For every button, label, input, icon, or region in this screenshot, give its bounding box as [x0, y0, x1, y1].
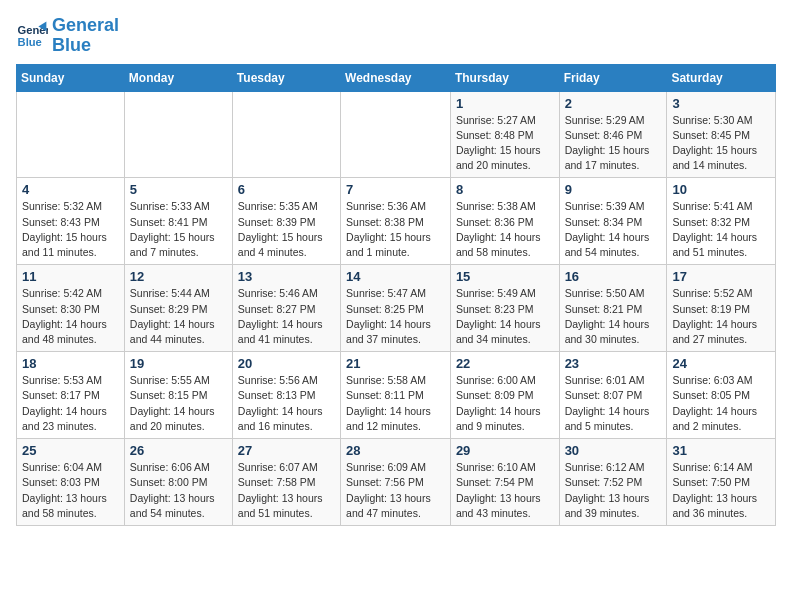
calendar-cell: 30Sunrise: 6:12 AMSunset: 7:52 PMDayligh… — [559, 439, 667, 526]
calendar-table: SundayMondayTuesdayWednesdayThursdayFrid… — [16, 64, 776, 526]
calendar-cell: 7Sunrise: 5:36 AMSunset: 8:38 PMDaylight… — [341, 178, 451, 265]
day-number: 10 — [672, 182, 770, 197]
day-info: Sunrise: 5:27 AMSunset: 8:48 PMDaylight:… — [456, 113, 554, 174]
header-tuesday: Tuesday — [232, 64, 340, 91]
day-info: Sunrise: 6:10 AMSunset: 7:54 PMDaylight:… — [456, 460, 554, 521]
day-info: Sunrise: 5:32 AMSunset: 8:43 PMDaylight:… — [22, 199, 119, 260]
day-number: 18 — [22, 356, 119, 371]
day-number: 16 — [565, 269, 662, 284]
day-number: 29 — [456, 443, 554, 458]
day-info: Sunrise: 5:36 AMSunset: 8:38 PMDaylight:… — [346, 199, 445, 260]
day-number: 28 — [346, 443, 445, 458]
day-number: 17 — [672, 269, 770, 284]
day-number: 26 — [130, 443, 227, 458]
header-friday: Friday — [559, 64, 667, 91]
day-info: Sunrise: 5:55 AMSunset: 8:15 PMDaylight:… — [130, 373, 227, 434]
day-info: Sunrise: 5:46 AMSunset: 8:27 PMDaylight:… — [238, 286, 335, 347]
day-number: 11 — [22, 269, 119, 284]
day-number: 4 — [22, 182, 119, 197]
calendar-cell: 28Sunrise: 6:09 AMSunset: 7:56 PMDayligh… — [341, 439, 451, 526]
day-info: Sunrise: 6:06 AMSunset: 8:00 PMDaylight:… — [130, 460, 227, 521]
calendar-cell: 12Sunrise: 5:44 AMSunset: 8:29 PMDayligh… — [124, 265, 232, 352]
calendar-cell: 25Sunrise: 6:04 AMSunset: 8:03 PMDayligh… — [17, 439, 125, 526]
day-number: 21 — [346, 356, 445, 371]
calendar-cell: 3Sunrise: 5:30 AMSunset: 8:45 PMDaylight… — [667, 91, 776, 178]
logo-icon: General Blue — [16, 20, 48, 52]
day-number: 24 — [672, 356, 770, 371]
calendar-cell: 11Sunrise: 5:42 AMSunset: 8:30 PMDayligh… — [17, 265, 125, 352]
calendar-cell: 18Sunrise: 5:53 AMSunset: 8:17 PMDayligh… — [17, 352, 125, 439]
calendar-cell: 14Sunrise: 5:47 AMSunset: 8:25 PMDayligh… — [341, 265, 451, 352]
calendar-cell: 9Sunrise: 5:39 AMSunset: 8:34 PMDaylight… — [559, 178, 667, 265]
day-number: 22 — [456, 356, 554, 371]
page-header: General Blue General Blue — [16, 16, 776, 56]
day-number: 27 — [238, 443, 335, 458]
calendar-cell: 24Sunrise: 6:03 AMSunset: 8:05 PMDayligh… — [667, 352, 776, 439]
day-number: 31 — [672, 443, 770, 458]
calendar-week-row: 4Sunrise: 5:32 AMSunset: 8:43 PMDaylight… — [17, 178, 776, 265]
day-info: Sunrise: 6:09 AMSunset: 7:56 PMDaylight:… — [346, 460, 445, 521]
day-number: 1 — [456, 96, 554, 111]
day-info: Sunrise: 6:00 AMSunset: 8:09 PMDaylight:… — [456, 373, 554, 434]
calendar-cell: 17Sunrise: 5:52 AMSunset: 8:19 PMDayligh… — [667, 265, 776, 352]
calendar-cell: 6Sunrise: 5:35 AMSunset: 8:39 PMDaylight… — [232, 178, 340, 265]
calendar-week-row: 1Sunrise: 5:27 AMSunset: 8:48 PMDaylight… — [17, 91, 776, 178]
day-info: Sunrise: 5:38 AMSunset: 8:36 PMDaylight:… — [456, 199, 554, 260]
calendar-cell — [124, 91, 232, 178]
header-thursday: Thursday — [450, 64, 559, 91]
calendar-cell: 1Sunrise: 5:27 AMSunset: 8:48 PMDaylight… — [450, 91, 559, 178]
calendar-week-row: 18Sunrise: 5:53 AMSunset: 8:17 PMDayligh… — [17, 352, 776, 439]
day-number: 20 — [238, 356, 335, 371]
header-monday: Monday — [124, 64, 232, 91]
day-number: 3 — [672, 96, 770, 111]
calendar-cell: 2Sunrise: 5:29 AMSunset: 8:46 PMDaylight… — [559, 91, 667, 178]
day-number: 9 — [565, 182, 662, 197]
header-sunday: Sunday — [17, 64, 125, 91]
calendar-cell: 15Sunrise: 5:49 AMSunset: 8:23 PMDayligh… — [450, 265, 559, 352]
day-info: Sunrise: 5:56 AMSunset: 8:13 PMDaylight:… — [238, 373, 335, 434]
calendar-cell: 19Sunrise: 5:55 AMSunset: 8:15 PMDayligh… — [124, 352, 232, 439]
calendar-cell: 29Sunrise: 6:10 AMSunset: 7:54 PMDayligh… — [450, 439, 559, 526]
day-number: 14 — [346, 269, 445, 284]
day-info: Sunrise: 5:44 AMSunset: 8:29 PMDaylight:… — [130, 286, 227, 347]
day-number: 23 — [565, 356, 662, 371]
calendar-cell — [17, 91, 125, 178]
day-info: Sunrise: 5:35 AMSunset: 8:39 PMDaylight:… — [238, 199, 335, 260]
day-info: Sunrise: 5:29 AMSunset: 8:46 PMDaylight:… — [565, 113, 662, 174]
day-number: 13 — [238, 269, 335, 284]
day-number: 7 — [346, 182, 445, 197]
header-saturday: Saturday — [667, 64, 776, 91]
logo-text-line2: Blue — [52, 36, 119, 56]
calendar-cell: 26Sunrise: 6:06 AMSunset: 8:00 PMDayligh… — [124, 439, 232, 526]
day-info: Sunrise: 6:12 AMSunset: 7:52 PMDaylight:… — [565, 460, 662, 521]
day-number: 30 — [565, 443, 662, 458]
header-wednesday: Wednesday — [341, 64, 451, 91]
calendar-cell: 20Sunrise: 5:56 AMSunset: 8:13 PMDayligh… — [232, 352, 340, 439]
day-info: Sunrise: 5:50 AMSunset: 8:21 PMDaylight:… — [565, 286, 662, 347]
day-number: 5 — [130, 182, 227, 197]
calendar-cell: 13Sunrise: 5:46 AMSunset: 8:27 PMDayligh… — [232, 265, 340, 352]
calendar-cell: 27Sunrise: 6:07 AMSunset: 7:58 PMDayligh… — [232, 439, 340, 526]
day-info: Sunrise: 6:07 AMSunset: 7:58 PMDaylight:… — [238, 460, 335, 521]
day-info: Sunrise: 6:14 AMSunset: 7:50 PMDaylight:… — [672, 460, 770, 521]
day-info: Sunrise: 6:03 AMSunset: 8:05 PMDaylight:… — [672, 373, 770, 434]
day-number: 15 — [456, 269, 554, 284]
logo-text-line1: General — [52, 16, 119, 36]
calendar-cell: 4Sunrise: 5:32 AMSunset: 8:43 PMDaylight… — [17, 178, 125, 265]
day-number: 12 — [130, 269, 227, 284]
calendar-cell: 31Sunrise: 6:14 AMSunset: 7:50 PMDayligh… — [667, 439, 776, 526]
calendar-cell: 23Sunrise: 6:01 AMSunset: 8:07 PMDayligh… — [559, 352, 667, 439]
day-info: Sunrise: 5:52 AMSunset: 8:19 PMDaylight:… — [672, 286, 770, 347]
calendar-cell — [232, 91, 340, 178]
calendar-cell — [341, 91, 451, 178]
calendar-week-row: 25Sunrise: 6:04 AMSunset: 8:03 PMDayligh… — [17, 439, 776, 526]
day-info: Sunrise: 6:04 AMSunset: 8:03 PMDaylight:… — [22, 460, 119, 521]
calendar-cell: 21Sunrise: 5:58 AMSunset: 8:11 PMDayligh… — [341, 352, 451, 439]
calendar-week-row: 11Sunrise: 5:42 AMSunset: 8:30 PMDayligh… — [17, 265, 776, 352]
day-info: Sunrise: 5:53 AMSunset: 8:17 PMDaylight:… — [22, 373, 119, 434]
day-number: 2 — [565, 96, 662, 111]
day-info: Sunrise: 5:33 AMSunset: 8:41 PMDaylight:… — [130, 199, 227, 260]
day-number: 25 — [22, 443, 119, 458]
day-info: Sunrise: 5:41 AMSunset: 8:32 PMDaylight:… — [672, 199, 770, 260]
day-info: Sunrise: 5:49 AMSunset: 8:23 PMDaylight:… — [456, 286, 554, 347]
